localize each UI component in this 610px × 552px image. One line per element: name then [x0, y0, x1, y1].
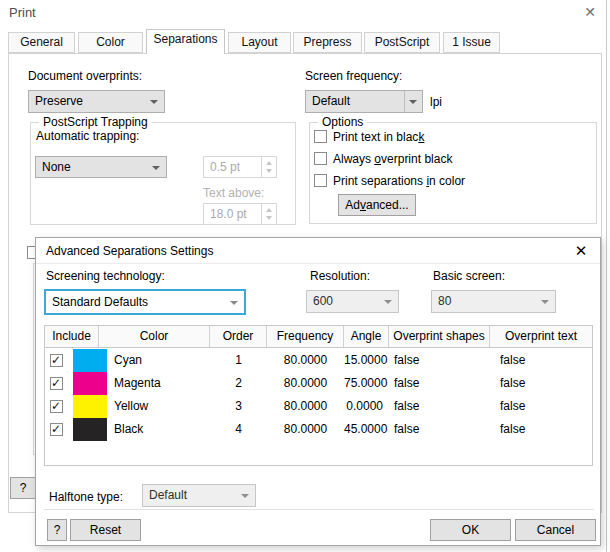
frequency-cell: 80.0000 — [267, 418, 344, 441]
ok-button[interactable]: OK — [430, 519, 511, 541]
dialog-help-button[interactable]: ? — [47, 519, 67, 541]
frequency-cell: 80.0000 — [267, 349, 344, 372]
table-row-black[interactable]: Black 4 80.0000 45.0000 false false — [45, 418, 592, 441]
document-overprints-select[interactable]: Preserve — [28, 90, 165, 113]
automatic-trapping-label: Automatic trapping: — [36, 129, 139, 143]
tab-color[interactable]: Color — [78, 32, 143, 53]
order-cell: 1 — [210, 349, 267, 372]
trap-amount-value: 0.5 pt — [210, 160, 240, 174]
tab-separations[interactable]: Separations — [146, 29, 225, 54]
overprint-text-cell: false — [500, 372, 525, 395]
include-checkbox[interactable] — [50, 423, 63, 436]
chevron-down-icon — [230, 301, 238, 305]
spin-up-icon — [266, 161, 272, 165]
include-checkbox[interactable] — [50, 354, 63, 367]
overprint-text-cell: false — [500, 395, 525, 418]
resolution-select[interactable]: 600 — [306, 290, 399, 313]
chevron-down-icon — [241, 494, 249, 498]
advanced-separations-dialog: Advanced Separations Settings ✕ Screenin… — [35, 237, 601, 546]
frequency-cell: 80.0000 — [267, 395, 344, 418]
basic-screen-value: 80 — [438, 294, 451, 308]
overprint-shapes-cell: false — [394, 372, 419, 395]
color-swatch — [73, 395, 107, 418]
color-name-cell: Magenta — [114, 372, 161, 395]
separations-table: Include Color Order Frequency Angle Over… — [44, 325, 593, 466]
color-name-cell: Cyan — [114, 349, 142, 372]
angle-cell: 75.0000 — [344, 372, 389, 395]
column-header-overprint-text[interactable]: Overprint text — [490, 326, 592, 347]
screening-technology-select[interactable]: Standard Defaults — [45, 290, 245, 314]
chevron-down-icon — [152, 166, 160, 170]
print-text-in-black-checkbox[interactable] — [314, 130, 327, 143]
screening-technology-label: Screening technology: — [46, 269, 165, 283]
halftone-type-value: Default — [149, 488, 187, 502]
always-overprint-black-checkbox[interactable] — [314, 152, 327, 165]
overprint-text-cell: false — [500, 349, 525, 372]
screen-frequency-value: Default — [312, 94, 350, 108]
table-row-magenta[interactable]: Magenta 2 80.0000 75.0000 false false — [45, 372, 592, 395]
tab-prepress[interactable]: Prepress — [293, 32, 362, 53]
column-header-frequency[interactable]: Frequency — [267, 326, 344, 347]
include-checkbox[interactable] — [50, 377, 63, 390]
table-row-cyan[interactable]: Cyan 1 80.0000 15.0000 false false — [45, 349, 592, 372]
trap-amount-spinner: 0.5 pt — [203, 156, 277, 178]
angle-cell: 15.0000 — [344, 349, 389, 372]
spin-buttons — [261, 204, 276, 224]
order-cell: 2 — [210, 372, 267, 395]
order-cell: 3 — [210, 395, 267, 418]
color-swatch — [73, 372, 107, 395]
cancel-button[interactable]: Cancel — [515, 519, 596, 541]
tab-layout[interactable]: Layout — [228, 32, 291, 53]
column-header-color[interactable]: Color — [99, 326, 210, 347]
divider — [44, 509, 594, 510]
resolution-label: Resolution: — [310, 269, 370, 283]
close-icon[interactable]: ✕ — [578, 2, 602, 22]
column-header-angle[interactable]: Angle — [344, 326, 389, 347]
screen-frequency-select[interactable]: Default — [305, 90, 423, 113]
basic-screen-select[interactable]: 80 — [431, 290, 556, 313]
spin-up-icon — [266, 208, 272, 212]
reset-button[interactable]: Reset — [70, 519, 141, 541]
main-help-button[interactable]: ? — [10, 477, 36, 499]
lpi-unit-label: lpi — [430, 95, 442, 109]
spin-buttons — [261, 157, 276, 177]
chevron-down-icon — [541, 300, 549, 304]
tab-general[interactable]: General — [8, 32, 75, 53]
advanced-button[interactable]: Advanced... — [338, 194, 416, 216]
tab-1-issue[interactable]: 1 Issue — [443, 32, 500, 53]
window-title: Print — [9, 5, 36, 20]
chevron-down-icon — [150, 100, 158, 104]
column-header-include[interactable]: Include — [45, 326, 99, 347]
print-separations-in-color-checkbox[interactable] — [314, 174, 327, 187]
automatic-trapping-select[interactable]: None — [35, 156, 167, 178]
document-overprints-label: Document overprints: — [28, 69, 142, 83]
text-above-label: Text above: — [203, 186, 264, 200]
overprint-shapes-cell: false — [394, 395, 419, 418]
tab-postscript[interactable]: PostScript — [364, 32, 440, 53]
order-cell: 4 — [210, 418, 267, 441]
frequency-cell: 80.0000 — [267, 372, 344, 395]
column-header-overprint-shapes[interactable]: Overprint shapes — [389, 326, 490, 347]
window-border — [606, 0, 607, 552]
color-swatch — [73, 349, 107, 372]
color-name-cell: Yellow — [114, 395, 148, 418]
text-above-value: 18.0 pt — [210, 207, 247, 221]
dialog-title: Advanced Separations Settings — [46, 244, 213, 258]
postscript-trapping-title: PostScript Trapping — [39, 115, 152, 129]
angle-cell: 45.0000 — [344, 418, 389, 441]
basic-screen-label: Basic screen: — [433, 269, 505, 283]
dialog-close-icon[interactable]: ✕ — [569, 241, 593, 261]
automatic-trapping-value: None — [42, 160, 71, 174]
chevron-down-icon — [384, 300, 392, 304]
color-swatch — [73, 418, 107, 441]
include-checkbox[interactable] — [50, 400, 63, 413]
table-row-yellow[interactable]: Yellow 3 80.0000 0.0000 false false — [45, 395, 592, 418]
print-dialog: Print ✕ General Color Separations Layout… — [0, 0, 610, 552]
color-name-cell: Black — [114, 418, 143, 441]
print-text-in-black-label: Print text in black — [333, 130, 424, 144]
column-header-order[interactable]: Order — [210, 326, 267, 347]
halftone-type-select[interactable]: Default — [142, 484, 256, 507]
overprint-text-cell: false — [500, 418, 525, 441]
spin-down-icon — [266, 216, 272, 220]
print-separations-in-color-label: Print separations in color — [333, 174, 465, 188]
